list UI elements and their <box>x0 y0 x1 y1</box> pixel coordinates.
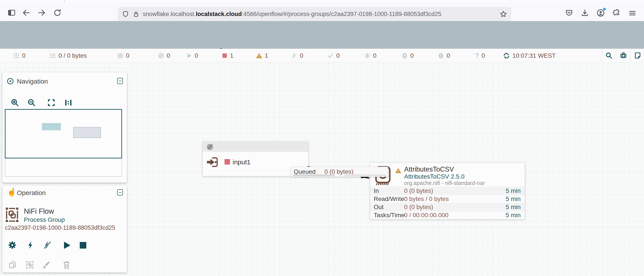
tracking-shield-icon[interactable] <box>122 10 129 18</box>
transmitting-icon <box>117 52 124 59</box>
sync-failure-icon: ? <box>475 52 479 60</box>
processor-name: AttributesToCSV <box>404 165 454 173</box>
input-port-name: input1 <box>233 158 250 166</box>
account-icon[interactable] <box>596 9 605 17</box>
status-not-transmitting: 0 <box>158 49 170 63</box>
stopped-icon <box>222 53 228 59</box>
statusbar-divider <box>602 49 602 62</box>
stat-label: Tasks/Time <box>370 212 404 219</box>
browser-menu-icon[interactable] <box>628 9 636 17</box>
navigation-title: Navigation <box>17 78 48 85</box>
status-locally-modified-stale: 0 <box>438 49 450 63</box>
hand-pointer-icon: ☝ <box>7 187 17 197</box>
active-threads-icon <box>13 52 20 59</box>
bookmark-star-icon[interactable] <box>500 10 507 18</box>
extensions-puzzle-icon[interactable] <box>612 9 621 17</box>
refresh-icon[interactable] <box>503 52 510 59</box>
delete-trash-icon[interactable] <box>62 260 71 269</box>
statusbar-divider <box>630 49 631 62</box>
zoom-actual-size-icon[interactable] <box>64 98 73 107</box>
flow-status-bar: 0 0 / 0 bytes 0 0 0 1 1 0 <box>0 49 644 63</box>
navigation-collapse-button[interactable] <box>117 78 123 84</box>
status-up-to-date: 0 <box>327 49 340 63</box>
back-icon[interactable] <box>22 8 31 17</box>
operation-panel: ☝ Operation NiFi Flow Process Group c2aa… <box>2 186 127 272</box>
zoom-in-icon[interactable] <box>10 98 19 107</box>
stat-window: 5 min <box>506 187 524 194</box>
operation-title: Operation <box>17 189 46 197</box>
stat-window: 5 min <box>506 196 524 203</box>
refresh-time: 10:07:31 WEST <box>512 52 556 59</box>
stale-count: 0 <box>410 52 414 59</box>
status-sync-failure: ? 0 <box>475 49 485 63</box>
status-active-threads: 0 <box>13 49 26 63</box>
status-invalid: 1 <box>256 49 268 63</box>
not-transmitting-icon <box>158 52 164 59</box>
download-icon[interactable] <box>580 9 589 17</box>
search-icon[interactable] <box>605 52 613 59</box>
selected-component-name: NiFi Flow <box>24 207 54 215</box>
zoom-out-icon[interactable] <box>27 98 36 107</box>
start-play-icon[interactable] <box>62 240 72 250</box>
stat-value: 0 bytes / 0 bytes <box>404 196 506 203</box>
group-snippet-icon[interactable] <box>25 260 34 269</box>
running-count: 0 <box>195 52 198 59</box>
status-locally-modified: 0 <box>364 49 376 63</box>
bulletin-document-icon[interactable] <box>634 52 641 59</box>
not-transmitting-count: 0 <box>167 52 170 59</box>
stat-label: Read/Write <box>370 196 404 203</box>
pocket-icon[interactable] <box>565 9 574 17</box>
sidebar-toggle-icon[interactable] <box>7 8 16 17</box>
configure-gear-icon[interactable] <box>8 240 17 250</box>
operation-collapse-button[interactable] <box>117 189 123 196</box>
disable-lightning-slash-icon[interactable] <box>43 240 52 250</box>
status-refresh: 10:07:31 WEST <box>503 49 556 63</box>
running-icon <box>186 53 192 59</box>
sync-failure-count: 0 <box>482 52 485 59</box>
minimap-processor-rect <box>73 127 101 138</box>
locally-modified-icon <box>364 52 371 59</box>
stat-window: 5 min <box>506 204 524 211</box>
forward-icon[interactable] <box>37 8 46 17</box>
stat-value: 0 (0 bytes) <box>404 187 506 194</box>
browser-toolbar: snowflake.localhost.localstack.cloud:456… <box>0 2 644 21</box>
stopped-state-icon <box>224 159 230 165</box>
locally-modified-stale-icon <box>438 52 444 59</box>
processor-component[interactable]: AttributesToCSV AttributesToCSV 2.5.0 or… <box>370 163 525 219</box>
navigation-panel: Navigation <box>2 72 127 183</box>
input-port-icon <box>206 155 220 169</box>
birdseye-minimap[interactable] <box>5 109 122 177</box>
account-notification-dot <box>603 8 606 11</box>
processor-stat-row: Tasks/Time 0 / 00:00:00.000 5 min <box>370 211 524 219</box>
transmitting-count: 0 <box>126 52 130 59</box>
minimap-viewport[interactable] <box>5 109 122 158</box>
status-transmitting: 0 <box>117 49 130 63</box>
stat-label: Out <box>370 204 404 211</box>
lock-icon[interactable] <box>132 10 140 18</box>
invalid-count: 1 <box>265 52 268 59</box>
locally-modified-stale-count: 0 <box>447 52 450 59</box>
selected-component-type: Process Group <box>24 216 65 223</box>
selected-component-id: c2aa2397-0198-1000-1189-88053df3cd25 <box>5 224 115 231</box>
invalid-warning-icon <box>395 167 402 174</box>
processor-stat-row: Out 0 (0 bytes) 5 min <box>370 203 524 211</box>
copy-icon[interactable] <box>8 260 17 269</box>
processor-type: AttributesToCSV 2.5.0 <box>404 173 464 180</box>
disabled-icon <box>291 52 298 59</box>
nifi-toolbar: nifi <box>0 21 644 49</box>
stat-label: In <box>370 187 404 194</box>
flow-analysis-first-aid-icon[interactable] <box>620 52 627 59</box>
connection-queued-label[interactable]: Queued 0 (0 bytes) <box>291 167 388 177</box>
browser-tab-strip <box>0 0 644 2</box>
url-bar[interactable]: snowflake.localhost.localstack.cloud:456… <box>118 7 511 21</box>
change-color-brush-icon[interactable] <box>42 260 51 269</box>
stop-square-icon[interactable] <box>79 241 88 250</box>
enable-lightning-icon[interactable] <box>26 240 35 250</box>
processor-stat-row: Read/Write 0 bytes / 0 bytes 5 min <box>370 195 524 203</box>
stat-window: 5 min <box>506 212 524 219</box>
process-group-icon <box>5 206 19 223</box>
zoom-fit-icon[interactable] <box>47 98 56 107</box>
status-stale: 0 <box>401 49 414 63</box>
url-text[interactable]: snowflake.localhost.localstack.cloud:456… <box>143 11 496 18</box>
reload-icon[interactable] <box>53 8 62 17</box>
